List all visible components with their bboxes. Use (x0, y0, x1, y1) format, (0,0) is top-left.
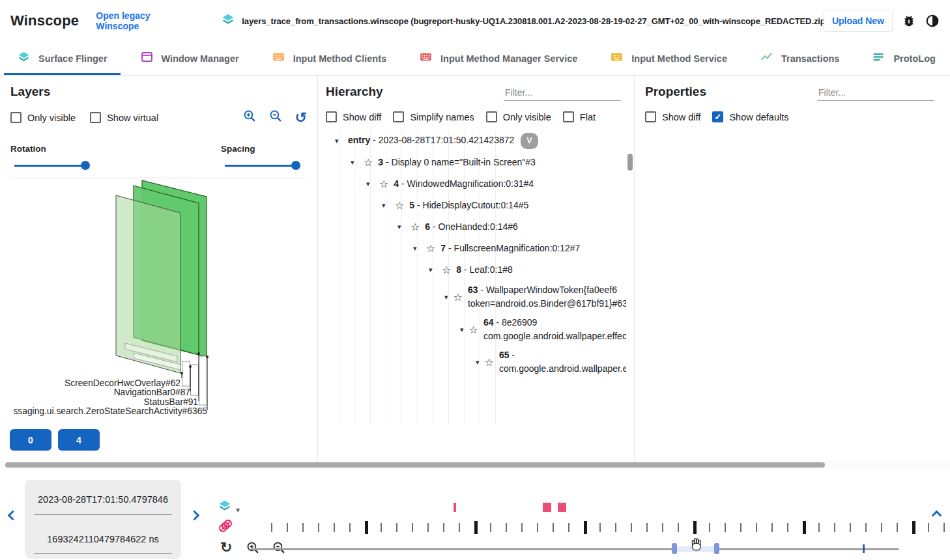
refresh-icon[interactable]: ↻ (220, 540, 232, 555)
transition-marker[interactable] (558, 503, 566, 512)
tree-node[interactable]: ▾☆65 - com.google.android.wallpaper.effe… (326, 346, 626, 378)
checkbox-box[interactable] (645, 111, 656, 122)
ruler-tick (443, 523, 444, 532)
dropdown-caret-icon[interactable]: ▾ (236, 505, 240, 514)
ruler-tick (302, 523, 304, 532)
ruler-tick (740, 523, 741, 532)
layer-rect-sliver[interactable] (191, 365, 199, 395)
tab-transactions[interactable]: Transactions (747, 42, 852, 75)
transitions-trace-icon[interactable] (218, 518, 233, 537)
hierarchy-filter-input[interactable] (504, 85, 621, 101)
tab-window-manager[interactable]: Window Manager (127, 42, 252, 75)
open-legacy-link[interactable]: Open legacy Winscope (96, 10, 195, 31)
checkbox-flat[interactable]: Flat (563, 111, 596, 122)
expand-caret-icon[interactable]: ▾ (366, 180, 374, 188)
checkbox-only-visible-hierarchy[interactable]: Only visible (486, 111, 551, 122)
tree-node-label: entry - 2023-08-28T17:01:50.421423872V (348, 130, 538, 152)
pin-star-icon[interactable]: ☆ (426, 242, 435, 255)
checkbox-show-virtual[interactable]: Show virtual (90, 112, 158, 123)
expand-caret-icon[interactable]: ▾ (476, 358, 480, 367)
checkbox-box[interactable] (486, 111, 497, 122)
ruler-tick (928, 523, 929, 532)
dark-mode-icon[interactable] (925, 14, 940, 28)
checkbox-only-visible[interactable]: Only visible (10, 112, 76, 123)
checkbox-box[interactable] (10, 112, 22, 123)
pin-star-icon[interactable]: ☆ (469, 324, 478, 336)
display-group-button-4[interactable]: 4 (58, 429, 100, 451)
properties-panel: Properties Show diff ✓ Show defaults (635, 76, 950, 461)
tab-surface-flinger[interactable]: Surface Flinger (4, 42, 121, 75)
horizontal-scrollbar-thumb[interactable] (5, 462, 825, 468)
tree-node[interactable]: ▾☆6 - OneHanded:0:14#6 (326, 216, 626, 238)
transition-marker[interactable] (543, 503, 551, 512)
expand-caret-icon[interactable]: ▾ (460, 326, 464, 334)
expand-caret-icon[interactable]: ▾ (429, 266, 437, 274)
timeline-range-track[interactable] (251, 548, 899, 550)
timestamp-human-field[interactable]: 2023-08-28T17:01:50.4797846 (25, 480, 181, 520)
checkbox-label: Show diff (662, 112, 700, 122)
hierarchy-scrollbar[interactable] (627, 154, 633, 448)
pin-star-icon[interactable]: ☆ (410, 221, 420, 233)
tab-input-method-service[interactable]: Input Method Service (597, 42, 740, 75)
expand-caret-icon[interactable]: ▾ (444, 293, 448, 301)
properties-filter-input[interactable] (817, 85, 934, 101)
tab-protolog[interactable]: ProtoLog (859, 42, 948, 75)
layer-rect-sliver[interactable] (182, 361, 190, 386)
bug-report-icon[interactable] (902, 14, 916, 28)
checkbox-box[interactable] (326, 111, 337, 122)
expand-caret-icon[interactable]: ▾ (397, 223, 405, 231)
checkbox-box[interactable] (90, 112, 101, 123)
checkbox-label: Simplify names (410, 112, 474, 122)
range-handle-left[interactable] (672, 543, 677, 554)
checkbox-show-defaults[interactable]: ✓ Show defaults (712, 111, 788, 122)
pin-star-icon[interactable]: ☆ (453, 291, 463, 303)
layers-title: Layers (10, 85, 307, 99)
tree-node[interactable]: ▾☆4 - WindowedMagnification:0:31#4 (326, 173, 626, 195)
transition-marker[interactable] (453, 503, 456, 512)
keyboard-icon (419, 50, 433, 66)
zoom-out-icon[interactable] (269, 109, 283, 126)
tree-node[interactable]: ▾☆64 - 8e26909 com.google.android.wallpa… (326, 313, 626, 346)
pin-star-icon[interactable]: ☆ (485, 356, 494, 369)
checkbox-box[interactable]: ✓ (712, 111, 723, 122)
pin-star-icon[interactable]: ☆ (395, 199, 404, 212)
checkbox-show-diff-properties[interactable]: Show diff (645, 111, 700, 122)
pin-star-icon[interactable]: ☆ (379, 178, 388, 190)
ruler-tick (631, 523, 632, 532)
loaded-file-info: layers_trace_from_transactions.winscope … (221, 12, 824, 29)
tree-node[interactable]: ▾☆5 - HideDisplayCutout:0:14#5 (326, 195, 626, 216)
tree-node[interactable]: ▾☆63 - WallpaperWindowToken{fa0eef6 toke… (326, 281, 626, 313)
ruler-tick (599, 523, 601, 532)
tab-label: Window Manager (162, 53, 239, 64)
checkbox-label: Show defaults (729, 112, 788, 122)
checkbox-simplify-names[interactable]: Simplify names (393, 111, 474, 122)
layers-trace-icon[interactable] (218, 499, 232, 516)
expand-caret-icon[interactable]: ▾ (413, 244, 421, 253)
tree-node[interactable]: ▾☆3 - Display 0 name="Built-in Screen"#3 (326, 152, 626, 173)
zoom-in-icon[interactable] (243, 109, 257, 126)
horizontal-scrollbar[interactable] (0, 461, 950, 469)
window-icon (140, 50, 154, 66)
pin-star-icon[interactable]: ☆ (364, 156, 373, 169)
checkbox-box[interactable] (393, 111, 404, 122)
pin-star-icon[interactable]: ☆ (442, 264, 451, 276)
tree-node[interactable]: ▾☆7 - FullscreenMagnification:0:12#7 (326, 238, 626, 259)
expand-caret-icon[interactable]: ▾ (335, 137, 343, 145)
ruler-tick (818, 523, 820, 532)
layers-3d-view[interactable]: ScreenDecorHwcOverlay#62 NavigationBar0#… (0, 166, 317, 423)
tree-node[interactable]: ▾☆8 - Leaf:0:1#8 (326, 259, 626, 281)
tab-input-method-manager-service[interactable]: Input Method Manager Service (406, 42, 590, 75)
checkbox-box[interactable] (563, 111, 574, 122)
timestamp-ns-field[interactable]: 1693242110479784622 ns (25, 520, 181, 559)
display-group-button-0[interactable]: 0 (10, 429, 51, 451)
tree-node-entry[interactable]: ▾ entry - 2023-08-28T17:01:50.421423872V (326, 130, 626, 152)
expand-caret-icon[interactable]: ▾ (351, 158, 358, 167)
expand-caret-icon[interactable]: ▾ (382, 201, 390, 210)
layer-rect-sliver[interactable] (199, 356, 207, 405)
reset-zoom-icon[interactable]: ↺ (295, 111, 307, 125)
range-handle-right[interactable] (714, 543, 719, 554)
tree-node-label: 7 - FullscreenMagnification:0:12#7 (440, 239, 580, 258)
upload-new-button[interactable]: Upload New (824, 10, 893, 32)
tab-input-method-clients[interactable]: Input Method Clients (259, 42, 399, 75)
checkbox-show-diff[interactable]: Show diff (326, 111, 381, 122)
